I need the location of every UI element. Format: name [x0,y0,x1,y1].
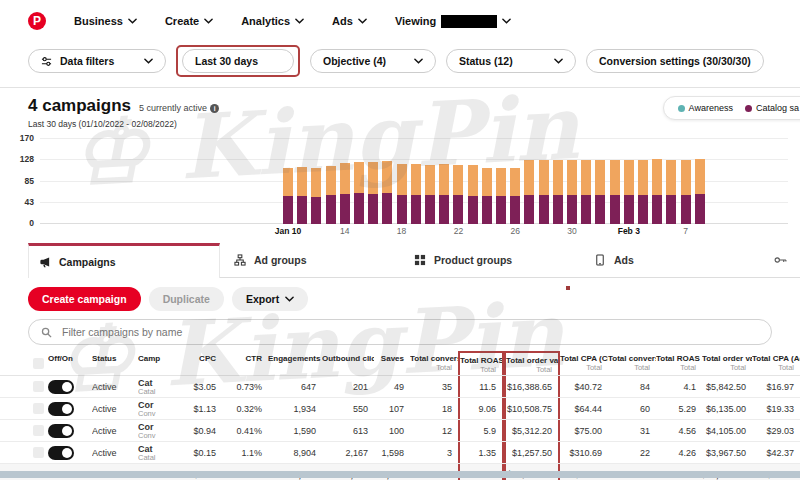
gridline [40,138,788,139]
x-axis-label: 30 [552,226,592,236]
bar-segment-maroon [553,195,563,225]
bar-segment-orange [624,160,634,195]
grid-icon [414,254,426,266]
cell-conv1: 3 [410,442,458,463]
page-title: 4 campaigns [28,96,131,116]
bar-segment-maroon [468,196,478,225]
viewing-account-selector[interactable]: Viewing [395,15,511,28]
cell-cpa1: $75.00 [560,420,608,441]
column-header[interactable]: Saves [374,351,410,375]
cell-engagements: 1,934 [268,398,322,419]
bar-segment-orange [638,160,648,195]
bulk-edit-key-button[interactable] [760,243,800,277]
campaign-name-wrap: CorConv [138,400,156,418]
data-filters-dropdown[interactable]: Data filters [28,49,166,73]
column-header[interactable]: Total ROAS (AdTotal [656,351,702,375]
info-icon[interactable]: i [210,104,219,113]
column-header[interactable]: CTR [222,351,268,375]
tab-campaigns[interactable]: Campaigns [28,243,220,278]
column-header[interactable]: Total conversionTotal [608,351,656,375]
campaign-filter-search[interactable] [28,319,772,345]
cell-saves: 1,598 [374,442,410,463]
status-dropdown[interactable]: Status (12) [446,49,576,73]
tab-ad-groups[interactable]: Ad groups [220,243,400,277]
conversion-settings-button[interactable]: Conversion settings (30/30/30) [586,49,764,73]
nav-item-analytics[interactable]: Analytics [241,15,304,27]
column-header-label: Total conversion [410,354,452,363]
column-header[interactable]: Total CPA (ChecTotal [560,351,608,375]
column-header-sub: Total [752,363,794,372]
cell-conv2: 60 [608,398,656,419]
cell-saves: 107 [374,398,410,419]
campaign-name[interactable]: Cat [138,444,156,454]
cell-status: Active [92,376,138,397]
x-axis-label: 7 [666,226,706,236]
row-toggle[interactable] [48,380,74,394]
column-header[interactable]: Total order valuTotal [702,351,752,375]
column-header[interactable]: Status [92,351,138,375]
date-range-dropdown[interactable]: Last 30 days [182,49,294,73]
cell-engagements: 8,904 [268,442,322,463]
column-header[interactable]: CPC [174,351,222,375]
row-checkbox[interactable] [33,447,44,458]
column-header[interactable]: Total conversionTotal [410,351,458,375]
cell-cpa2: $16.97 [752,376,800,397]
export-button[interactable]: Export [232,287,308,311]
x-axis-label: 22 [438,226,478,236]
cell-cpa1: $310.69 [560,442,608,463]
column-header-label: Total order valu [702,354,746,363]
campaign-name-cell: CatCatal [138,442,174,463]
nav-item-business[interactable]: Business [74,15,137,27]
bar-segment-orange [610,160,620,195]
objective-dropdown[interactable]: Objective (4) [310,49,436,73]
row-toggle[interactable] [48,446,74,460]
cell-conv1: 12 [410,420,458,441]
row-checkbox[interactable] [33,403,44,414]
campaign-name[interactable]: Cor [138,400,156,410]
nav-item-ads[interactable]: Ads [332,15,367,27]
row-toggle[interactable] [48,424,74,438]
select-all-checkbox[interactable] [33,358,44,369]
column-header[interactable]: Outbound clicks [322,351,374,375]
bar-segment-maroon [652,195,662,225]
bar-segment-maroon [681,195,691,225]
cell-roas1: 1.35 [458,442,504,463]
row-checkbox[interactable] [33,425,44,436]
export-label: Export [246,293,279,305]
date-range-label: Last 30 days [195,55,258,67]
cell-outbound: 201 [322,376,374,397]
search-input[interactable] [60,325,759,339]
column-header-label: Saves [374,354,404,363]
top-nav: P Business Create Analytics Ads Viewing [0,0,800,37]
column-header[interactable]: Engagements [268,351,322,375]
status-label: Status (12) [459,55,513,67]
pinterest-logo-icon[interactable]: P [28,12,46,30]
bar-segment-maroon [326,195,336,224]
cell-order1: $5,312.20 [504,420,560,441]
bar-segment-maroon [354,193,364,224]
column-header[interactable]: Total CPA (AddTotal [752,351,800,375]
objective-label: Objective (4) [323,55,386,67]
row-toggle[interactable] [48,402,74,416]
bar-segment-orange [340,163,350,194]
nav-item-create[interactable]: Create [165,15,213,27]
column-header-label: Total order value (C [506,356,552,365]
cell-cpc: $0.15 [174,442,222,463]
column-header[interactable]: Off/On [48,351,92,375]
campaign-name[interactable]: Cat [138,378,156,388]
nav-label: Business [74,15,123,27]
cell-ctr: 0.41% [222,420,268,441]
key-icon [774,256,787,264]
column-header[interactable]: Total ROAS (CheTotal [458,351,504,375]
tab-ads[interactable]: Ads [580,243,760,277]
row-checkbox[interactable] [33,381,44,392]
create-campaign-button[interactable]: Create campaign [28,287,141,311]
megaphone-icon [39,256,51,268]
column-header[interactable]: Total order value (CTotal [504,351,560,375]
y-axis-label: 128 [8,154,34,164]
campaign-name[interactable]: Cor [138,422,156,432]
column-header[interactable]: Camp [138,351,174,375]
header-checkbox-cell [28,351,48,375]
duplicate-button[interactable]: Duplicate [149,287,224,311]
tab-product-groups[interactable]: Product groups [400,243,580,277]
